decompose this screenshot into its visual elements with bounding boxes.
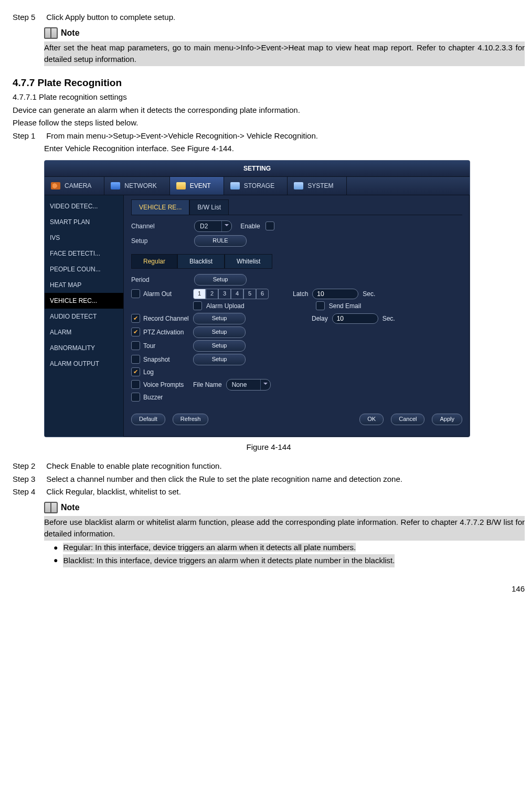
sidebar-item[interactable]: ABNORMALITY xyxy=(45,340,123,356)
seg-3[interactable]: 3 xyxy=(218,289,231,299)
note-text: Before use blacklist alarm or whitelist … xyxy=(44,516,525,541)
bullet-icon: ● xyxy=(54,542,58,553)
alarm-out-channels: 1 2 3 4 5 6 xyxy=(193,289,269,299)
sidebar-item[interactable]: ALARM OUTPUT xyxy=(45,356,123,372)
note-text: After set the heat map parameters, go to… xyxy=(44,41,525,66)
delay-input[interactable]: 10 xyxy=(332,313,378,324)
tab-camera[interactable]: CAMERA xyxy=(45,177,104,195)
step-text: From main menu->Setup->Event->Vehicle Re… xyxy=(46,130,523,142)
tab-label: NETWORK xyxy=(124,181,156,191)
ok-button[interactable]: OK xyxy=(359,414,384,425)
event-icon xyxy=(176,182,186,189)
bullet-text: Regular: In this interface, device trigg… xyxy=(63,543,356,552)
note-label: Note xyxy=(61,501,80,514)
step-2: Step 2 Check Enable to enable plate reco… xyxy=(13,460,525,472)
step-number: Step 4 xyxy=(13,486,44,498)
step-4: Step 4 Click Regular, blacklist, whiteli… xyxy=(13,486,525,498)
step-number: Step 5 xyxy=(13,12,44,24)
buzzer-label: Buzzer xyxy=(143,393,163,402)
bullet-blacklist: ● Blacklist: In this interface, device t… xyxy=(54,554,525,567)
chevron-down-icon xyxy=(260,379,270,390)
sidebar-item[interactable]: HEAT MAP xyxy=(45,277,123,293)
buzzer-checkbox[interactable] xyxy=(131,393,140,402)
refresh-button[interactable]: Refresh xyxy=(173,414,209,425)
tour-label: Tour xyxy=(143,341,155,351)
subtab-regular[interactable]: Regular xyxy=(131,254,177,269)
tab-system[interactable]: SYSTEM xyxy=(288,177,346,195)
note-icon xyxy=(44,27,58,39)
step-1: Step 1 From main menu->Setup->Event->Veh… xyxy=(13,130,525,142)
period-setup-button[interactable]: Setup xyxy=(194,274,247,286)
step-text: Check Enable to enable plate recognition… xyxy=(46,460,523,472)
cancel-button[interactable]: Cancel xyxy=(391,414,424,425)
setup-label: Setup xyxy=(131,236,189,246)
rule-button[interactable]: RULE xyxy=(194,235,247,247)
latch-input[interactable]: 10 xyxy=(312,289,358,299)
alarm-upload-checkbox[interactable] xyxy=(193,301,202,310)
tab-label: EVENT xyxy=(190,181,211,191)
seg-1[interactable]: 1 xyxy=(193,289,206,299)
sidebar-item[interactable]: ALARM xyxy=(45,324,123,340)
tour-setup-button[interactable]: Setup xyxy=(193,340,246,352)
note-block-2: Note Before use blacklist alarm or white… xyxy=(44,501,525,567)
log-checkbox[interactable] xyxy=(131,367,140,376)
step-5: Step 5 Click Apply button to complete se… xyxy=(13,12,525,24)
delay-label: Delay xyxy=(312,314,328,323)
voice-checkbox[interactable] xyxy=(131,380,140,389)
tab-storage[interactable]: STORAGE xyxy=(224,177,288,195)
snapshot-setup-button[interactable]: Setup xyxy=(193,354,246,365)
sidebar-item[interactable]: VIDEO DETEC... xyxy=(45,198,123,214)
section-heading: 4.7.7 Plate Recognition xyxy=(13,76,525,91)
seg-6[interactable]: 6 xyxy=(256,289,269,299)
sidebar-item[interactable]: IVS xyxy=(45,230,123,246)
subtab-whitelist[interactable]: Whitelist xyxy=(225,254,272,269)
latch-label: Latch xyxy=(293,289,308,299)
tour-checkbox[interactable] xyxy=(131,341,140,350)
snapshot-checkbox[interactable] xyxy=(131,355,140,364)
content-tab-vehicle[interactable]: VEHICLE RE... xyxy=(131,199,189,215)
tab-network[interactable]: NETWORK xyxy=(104,177,169,195)
default-button[interactable]: Default xyxy=(131,414,165,425)
record-channel-checkbox[interactable] xyxy=(131,314,140,323)
sidebar-item[interactable]: PEOPLE COUN... xyxy=(45,261,123,277)
camera-icon xyxy=(51,182,60,189)
alarmout-label: Alarm Out xyxy=(143,289,172,299)
bullet-text: Blacklist: In this interface, device tri… xyxy=(63,554,395,567)
sidebar-item[interactable]: FACE DETECTI... xyxy=(45,246,123,261)
step-text: Select a channel number and then click t… xyxy=(46,473,523,486)
sidebar: VIDEO DETEC... SMART PLAN IVS FACE DETEC… xyxy=(45,195,124,437)
ptz-checkbox[interactable] xyxy=(131,328,140,336)
sidebar-item[interactable]: AUDIO DETECT xyxy=(45,309,123,324)
window-title: SETTING xyxy=(45,161,470,177)
log-label: Log xyxy=(143,367,154,377)
step-number: Step 3 xyxy=(13,473,44,486)
alarmout-checkbox[interactable] xyxy=(131,289,140,298)
content-tab-bwlist[interactable]: B/W List xyxy=(189,199,229,215)
seg-2[interactable]: 2 xyxy=(206,289,218,299)
sec-label: Sec. xyxy=(363,289,375,299)
record-setup-button[interactable]: Setup xyxy=(193,313,246,324)
tab-event[interactable]: EVENT xyxy=(170,177,224,195)
ptz-setup-button[interactable]: Setup xyxy=(193,326,246,338)
intro-line: Please follow the steps listed below. xyxy=(13,117,525,129)
bullet-icon: ● xyxy=(54,554,58,566)
subtab-blacklist[interactable]: Blacklist xyxy=(177,254,225,269)
sidebar-item[interactable]: SMART PLAN xyxy=(45,214,123,230)
filename-select[interactable]: None xyxy=(226,379,271,391)
seg-4[interactable]: 4 xyxy=(231,289,243,299)
channel-value: D2 xyxy=(195,222,221,231)
seg-5[interactable]: 5 xyxy=(243,289,256,299)
record-channel-label: Record Channel xyxy=(143,314,189,323)
sidebar-item-vehicle-rec[interactable]: VEHICLE REC... xyxy=(45,293,123,309)
voice-label: Voice Prompts xyxy=(143,380,184,389)
apply-button[interactable]: Apply xyxy=(432,414,462,425)
enable-checkbox[interactable] xyxy=(266,222,274,230)
channel-select[interactable]: D2 xyxy=(194,220,232,232)
ptz-label: PTZ Activation xyxy=(143,328,184,337)
system-icon xyxy=(294,182,303,189)
alarm-upload-label: Alarm Upload xyxy=(206,301,245,311)
send-email-checkbox[interactable] xyxy=(316,301,325,310)
step-3: Step 3 Select a channel number and then … xyxy=(13,473,525,486)
sec-label: Sec. xyxy=(383,314,395,323)
page-number: 146 xyxy=(13,583,525,595)
